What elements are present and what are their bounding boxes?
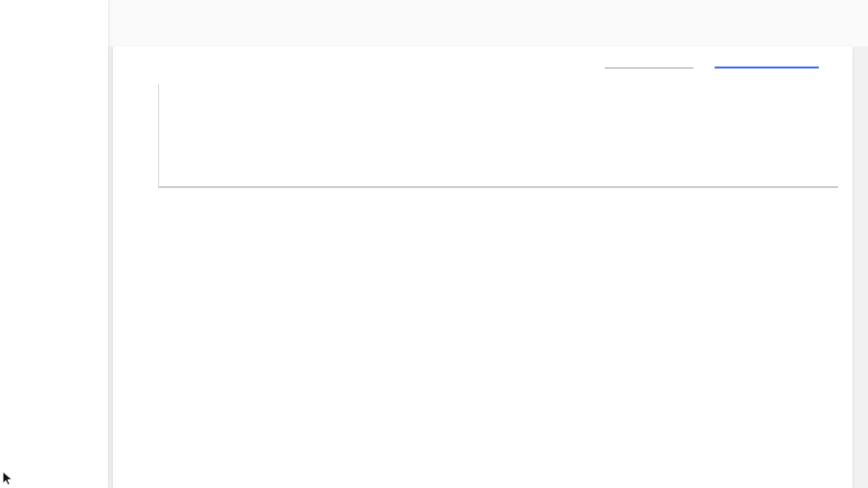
date-range-value[interactable] [605,65,693,68]
app-window [0,0,868,488]
date-range-field[interactable] [605,62,693,68]
chart-x-axis [158,190,838,217]
sidebar [0,0,108,488]
chart-plot-area [158,84,838,188]
cost-bar-chart [125,84,840,217]
mouse-cursor [2,472,15,487]
aggregate-by-field[interactable] [715,61,819,68]
aggregate-by-value[interactable] [715,64,819,68]
topbar [108,0,868,46]
card-header [125,59,840,68]
main-area [108,0,868,488]
content-area [108,46,868,488]
report-card [113,46,853,488]
report-controls [605,59,840,68]
